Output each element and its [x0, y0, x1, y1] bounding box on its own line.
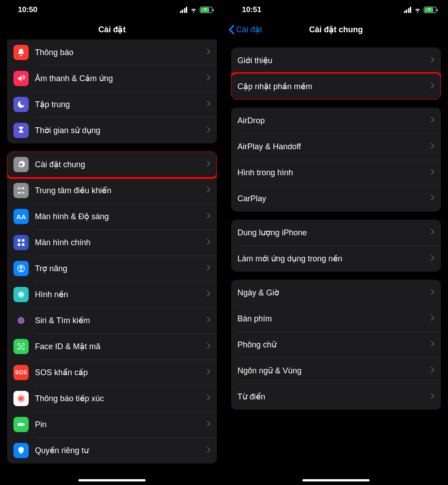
- row-label: Thời gian sử dụng: [35, 126, 207, 135]
- chevron-right-icon: [431, 168, 435, 177]
- chevron-right-icon: [207, 342, 211, 351]
- row-label: Phông chữ: [237, 340, 431, 350]
- face-icon: [13, 339, 29, 354]
- row-label: Màn hình chính: [35, 238, 207, 247]
- settings-row[interactable]: Pin: [7, 411, 217, 437]
- settings-row[interactable]: AirPlay & Handoff: [231, 134, 441, 160]
- home-indicator[interactable]: [302, 479, 370, 481]
- settings-row[interactable]: Thời gian sử dụng: [7, 117, 217, 143]
- svg-point-16: [18, 317, 25, 324]
- notif-icon: [13, 45, 29, 60]
- status-bar: 10:51 ⚡︎: [224, 0, 448, 20]
- back-label: Cài đặt: [236, 25, 262, 35]
- chevron-right-icon: [207, 264, 211, 273]
- chevron-right-icon: [207, 74, 211, 83]
- settings-row[interactable]: Face ID & Mật mã: [7, 333, 217, 359]
- settings-row[interactable]: Màn hình chính: [7, 230, 217, 255]
- settings-row[interactable]: Làm mới ứng dụng trong nền: [231, 246, 441, 272]
- row-label: Thông báo: [35, 48, 207, 57]
- settings-row[interactable]: Thông báo: [7, 39, 217, 65]
- page-title: Cài đặt: [98, 25, 125, 35]
- row-label: Face ID & Mật mã: [35, 342, 207, 351]
- battery-icon: ⚡︎: [200, 7, 212, 13]
- settings-row[interactable]: AirDrop: [231, 108, 441, 134]
- chevron-right-icon: [431, 366, 435, 375]
- chevron-right-icon: [431, 194, 435, 203]
- settings-row[interactable]: Trung tâm điều khiển: [7, 178, 217, 204]
- settings-row[interactable]: Cập nhật phần mềm: [231, 74, 441, 100]
- svg-rect-22: [18, 423, 24, 426]
- settings-row[interactable]: Ngày & Giờ: [231, 280, 441, 306]
- settings-row[interactable]: Hình nền: [7, 281, 217, 307]
- settings-row[interactable]: SOSSOS khẩn cấp: [7, 359, 217, 385]
- siri-icon: [13, 313, 29, 328]
- chevron-right-icon: [207, 368, 211, 377]
- status-time: 10:51: [242, 5, 261, 14]
- settings-row[interactable]: Hình trong hình: [231, 160, 441, 186]
- row-label: Thông báo tiếp xúc: [35, 394, 207, 403]
- row-label: Bàn phím: [237, 314, 431, 324]
- nav-bar: Cài đặt: [0, 20, 224, 39]
- row-label: Cập nhật phần mềm: [237, 82, 431, 91]
- settings-row[interactable]: Âm thanh & Cảm ứng: [7, 65, 217, 91]
- settings-row[interactable]: Dung lượng iPhone: [231, 220, 441, 246]
- svg-rect-9: [22, 243, 25, 246]
- svg-point-4: [19, 188, 20, 189]
- control-icon: [13, 183, 29, 198]
- settings-row[interactable]: Bàn phím: [231, 306, 441, 332]
- settings-row[interactable]: Tập trung: [7, 91, 217, 117]
- settings-row[interactable]: Quyền riêng tư: [7, 437, 217, 463]
- settings-row[interactable]: Từ điển: [231, 384, 441, 410]
- settings-group: Giới thiệuCập nhật phần mềm: [231, 48, 441, 100]
- svg-point-18: [22, 346, 23, 346]
- chevron-right-icon: [207, 186, 211, 195]
- chevron-right-icon: [431, 340, 435, 349]
- battery-icon: ⚡︎: [424, 7, 436, 13]
- settings-list[interactable]: Thông báoÂm thanh & Cảm ứngTập trungThời…: [0, 39, 224, 463]
- settings-row[interactable]: Thông báo tiếp xúc: [7, 385, 217, 411]
- settings-row[interactable]: Siri & Tìm kiếm: [7, 307, 217, 333]
- settings-row[interactable]: CarPlay: [231, 186, 441, 212]
- batt-icon: [13, 417, 29, 432]
- back-button[interactable]: Cài đặt: [228, 25, 262, 35]
- sound-icon: [13, 71, 29, 86]
- svg-rect-7: [22, 239, 25, 242]
- focus-icon: [13, 97, 29, 112]
- home-indicator[interactable]: [78, 479, 146, 481]
- status-indicators: ⚡︎: [404, 6, 437, 14]
- cellular-icon: [404, 7, 412, 13]
- svg-rect-1: [22, 187, 25, 189]
- settings-row[interactable]: AAMàn hình & Độ sáng: [7, 204, 217, 230]
- general-settings-screen: 10:51 ⚡︎ Cài đặt Cài đặt chung Giới thiệ…: [224, 0, 448, 485]
- row-label: Tập trung: [35, 100, 207, 109]
- row-label: Trợ năng: [35, 264, 207, 273]
- svg-point-19: [20, 398, 22, 400]
- row-label: Làm mới ứng dụng trong nền: [237, 254, 431, 264]
- settings-row[interactable]: Trợ năng: [7, 255, 217, 281]
- svg-rect-8: [18, 243, 21, 246]
- chevron-right-icon: [207, 48, 211, 57]
- settings-row[interactable]: Phông chữ: [231, 332, 441, 358]
- row-label: Màn hình & Độ sáng: [35, 212, 207, 221]
- row-label: Giới thiệu: [237, 56, 431, 65]
- chevron-right-icon: [207, 290, 211, 299]
- general-list[interactable]: Giới thiệuCập nhật phần mềmAirDropAirPla…: [224, 48, 448, 410]
- settings-group: Ngày & GiờBàn phímPhông chữNgôn ngữ & Vù…: [231, 280, 441, 410]
- settings-row[interactable]: Giới thiệu: [231, 48, 441, 74]
- svg-point-17: [20, 346, 21, 346]
- settings-screen: 10:50 ⚡︎ Cài đặt Thông báoÂm thanh & Cảm…: [0, 0, 224, 485]
- chevron-right-icon: [207, 160, 211, 169]
- chevron-right-icon: [431, 228, 435, 237]
- status-indicators: ⚡︎: [180, 6, 213, 14]
- row-label: AirDrop: [237, 116, 431, 126]
- chevron-right-icon: [431, 56, 435, 65]
- row-label: Từ điển: [237, 392, 431, 402]
- chevron-right-icon: [207, 238, 211, 247]
- row-label: Hình trong hình: [237, 168, 431, 178]
- nav-bar: Cài đặt Cài đặt chung: [224, 20, 448, 39]
- row-label: SOS khẩn cấp: [35, 368, 207, 377]
- chevron-right-icon: [431, 392, 435, 401]
- row-label: Hình nền: [35, 290, 207, 299]
- settings-row[interactable]: Cài đặt chung: [7, 152, 217, 178]
- settings-row[interactable]: Ngôn ngữ & Vùng: [231, 358, 441, 384]
